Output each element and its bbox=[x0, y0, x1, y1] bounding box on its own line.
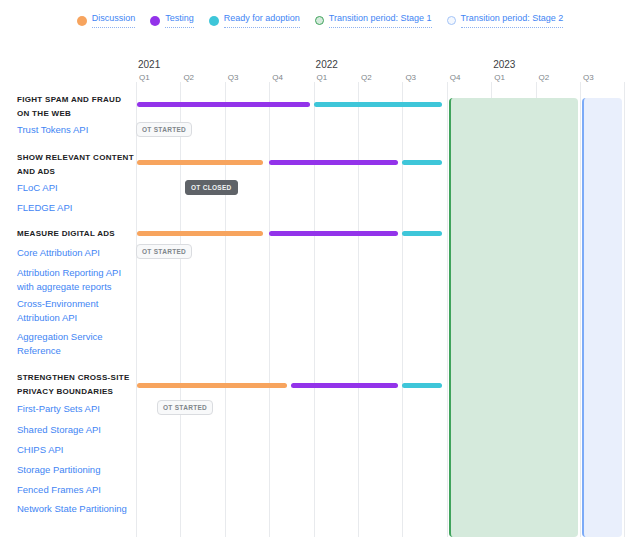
quarter-gridline bbox=[447, 82, 448, 537]
sidebar-item-fenced-frames-api[interactable]: Fenced Frames API bbox=[17, 483, 135, 497]
year-label: 2023 bbox=[493, 59, 515, 70]
sidebar-item-floc-api[interactable]: FLoC API bbox=[17, 181, 135, 195]
sidebar-item-storage-partitioning[interactable]: Storage Partitioning bbox=[17, 463, 135, 477]
section-title-fight-spam: FIGHT SPAM AND FRAUD ON THE WEB bbox=[17, 93, 135, 121]
quarter-label: Q2 bbox=[361, 73, 372, 82]
discussion-bar bbox=[137, 231, 263, 236]
status-badge-ot-started-trust-tokens: OT STARTED bbox=[136, 122, 192, 137]
quarter-label: Q1 bbox=[494, 73, 505, 82]
sidebar-item-network-state-partitioning[interactable]: Network State Partitioning bbox=[17, 502, 135, 516]
ready-bar bbox=[314, 102, 442, 107]
discussion-bar bbox=[137, 383, 287, 388]
testing-bar bbox=[269, 231, 397, 236]
quarter-label: Q3 bbox=[228, 73, 239, 82]
quarter-gridline bbox=[358, 82, 359, 537]
quarter-label: Q1 bbox=[317, 73, 328, 82]
section-title-measure-ads: MEASURE DIGITAL ADS bbox=[17, 227, 135, 241]
stage2-region bbox=[582, 98, 622, 537]
sidebar-item-core-attribution-api[interactable]: Core Attribution API bbox=[17, 246, 135, 260]
quarter-label: Q3 bbox=[405, 73, 416, 82]
year-label: 2021 bbox=[138, 59, 160, 70]
sidebar-item-chips-api[interactable]: CHIPS API bbox=[17, 443, 135, 457]
sidebar-item-trust-tokens-api[interactable]: Trust Tokens API bbox=[17, 123, 135, 137]
quarter-label: Q4 bbox=[272, 73, 283, 82]
quarter-label: Q2 bbox=[539, 73, 550, 82]
quarter-gridline bbox=[269, 82, 270, 537]
quarter-gridline bbox=[136, 82, 137, 537]
testing-bar bbox=[137, 102, 311, 107]
quarter-gridline bbox=[314, 82, 315, 537]
sidebar-item-shared-storage-api[interactable]: Shared Storage API bbox=[17, 423, 135, 437]
quarter-label: Q2 bbox=[183, 73, 194, 82]
sidebar-item-first-party-sets-api[interactable]: First-Party Sets API bbox=[17, 402, 135, 416]
section-title-relevant-content: SHOW RELEVANT CONTENT AND ADS bbox=[17, 151, 135, 179]
testing-bar bbox=[291, 383, 398, 388]
quarter-label: Q4 bbox=[450, 73, 461, 82]
quarter-gridline bbox=[180, 82, 181, 537]
section-title-cross-site-privacy: STRENGTHEN CROSS-SITE PRIVACY BOUNDARIES bbox=[17, 371, 135, 399]
quarter-gridline bbox=[402, 82, 403, 537]
sidebar-item-attribution-reporting-api[interactable]: Attribution Reporting API with aggregate… bbox=[17, 266, 135, 294]
ready-bar bbox=[402, 383, 443, 388]
quarter-label: Q1 bbox=[139, 73, 150, 82]
sidebar-item-fledge-api[interactable]: FLEDGE API bbox=[17, 201, 135, 215]
ready-bar bbox=[402, 231, 443, 236]
year-label: 2022 bbox=[316, 59, 338, 70]
stage1-region bbox=[449, 98, 578, 537]
quarter-gridline bbox=[225, 82, 226, 537]
discussion-bar bbox=[137, 160, 263, 165]
quarter-gridline bbox=[580, 82, 581, 537]
sidebar-item-cross-environment-attribution-api[interactable]: Cross-Environment Attribution API bbox=[17, 297, 135, 325]
quarter-gridline bbox=[624, 82, 625, 537]
status-badge-ot-started-first-party-sets: OT STARTED bbox=[157, 400, 213, 415]
testing-bar bbox=[269, 160, 398, 165]
ready-bar bbox=[402, 160, 442, 165]
quarter-label: Q3 bbox=[583, 73, 594, 82]
sidebar-item-aggregation-service-reference[interactable]: Aggregation Service Reference bbox=[17, 330, 135, 358]
status-badge-ot-closed-floc: OT CLOSED bbox=[185, 180, 238, 195]
status-badge-ot-started-core-attribution: OT STARTED bbox=[136, 244, 192, 259]
